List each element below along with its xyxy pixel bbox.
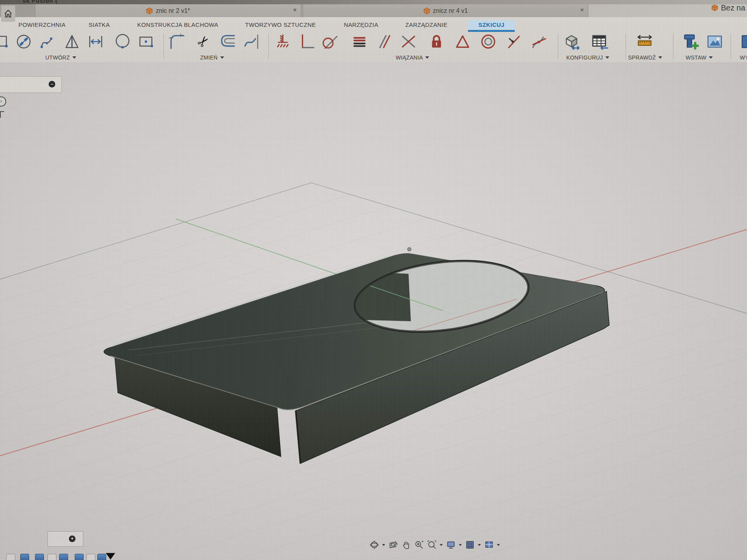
tool-offset[interactable] — [219, 32, 238, 51]
fusion-app-window: sk Fusion ( znic nr 2 v1* × znicz nr 4 v… — [0, 0, 747, 560]
menu-szkicuj-active[interactable]: SZKICUJ — [468, 20, 515, 30]
timeline-strip — [0, 553, 163, 560]
window-titlebar: sk Fusion ( — [0, 0, 747, 4]
orbit-dropdown-caret[interactable] — [382, 544, 385, 546]
doc-tab-untitled[interactable]: Bez na — [711, 2, 747, 14]
group-sprawdz[interactable]: SPRAWDŹ — [626, 54, 665, 61]
chevron-down-icon — [425, 56, 429, 59]
home-icon — [3, 9, 13, 19]
constraint-equal[interactable] — [350, 32, 369, 51]
constraint-collinear[interactable] — [399, 32, 418, 51]
tool-partial-right[interactable] — [738, 32, 747, 51]
browser-panel-collapsed[interactable]: – — [0, 76, 62, 93]
tool-rectangle[interactable] — [0, 32, 10, 51]
doc-tab-2[interactable]: znicz nr 4 v1 × — [303, 4, 588, 17]
menu-narzedzia[interactable]: NARZĘDZIA — [341, 20, 381, 30]
viewports-dropdown-caret[interactable] — [497, 544, 500, 546]
grid-snaps-button[interactable] — [465, 540, 475, 550]
viewport: – › + — [0, 62, 747, 560]
menu-zarzadzanie[interactable]: ZARZĄDZANIE — [402, 20, 451, 30]
timeline-feature-icon[interactable] — [86, 554, 95, 560]
ribbon-separator — [163, 33, 164, 59]
origin-point — [408, 248, 411, 251]
constraint-curvature[interactable] — [529, 32, 549, 51]
constraint-parallel[interactable] — [375, 32, 394, 51]
collapse-button[interactable]: – — [49, 81, 55, 88]
ribbon-separator — [558, 33, 558, 59]
home-button[interactable] — [1, 5, 15, 22]
menu-tworzywo-sztuczne[interactable]: TWORZYWO SZTUCZNE — [244, 20, 317, 30]
grid-dropdown-caret[interactable] — [478, 544, 481, 546]
group-partial-right[interactable]: WY — [738, 54, 747, 61]
orbit-button[interactable] — [369, 540, 379, 550]
tool-configure-feature[interactable] — [563, 32, 582, 51]
group-utworz[interactable]: UTWÓRZ — [42, 54, 79, 61]
timeline-feature-icon[interactable] — [75, 554, 84, 560]
tool-insert-fastener[interactable] — [680, 32, 700, 51]
constraint-midpoint[interactable] — [503, 32, 523, 51]
doc-tab-2-close-icon[interactable]: × — [580, 7, 584, 13]
ribbon-toolbar: POWIERZCHNIA SIATKA KONSTRUKCJA BLACHOWA… — [0, 17, 747, 63]
document-cube-icon — [423, 7, 430, 14]
display-dropdown-caret[interactable] — [459, 544, 462, 546]
doc-tab-2-label: znicz nr 4 v1 — [433, 7, 468, 14]
tool-measure[interactable] — [635, 32, 654, 51]
tool-mirror[interactable] — [62, 32, 82, 51]
fit-dropdown-caret[interactable] — [440, 544, 443, 546]
tool-fillet[interactable] — [167, 32, 187, 51]
constraint-symmetry[interactable] — [453, 32, 472, 51]
constraint-perpendicular[interactable] — [297, 32, 317, 51]
fit-button[interactable] — [426, 540, 437, 550]
constraint-tangent[interactable] — [321, 32, 340, 51]
ribbon-separator — [673, 33, 673, 59]
timeline-playhead[interactable] — [106, 553, 115, 560]
tool-trim[interactable]: ✂ — [194, 32, 213, 51]
tool-circle-2-point[interactable] — [14, 32, 33, 51]
document-tabbar: znic nr 2 v1* × znicz nr 4 v1 × Bez na — [0, 4, 747, 18]
timeline-feature-icon[interactable] — [20, 554, 29, 560]
group-wiazania[interactable]: WIĄZANIA — [391, 54, 434, 61]
document-cube-icon — [146, 7, 153, 14]
menu-powierzchnia[interactable]: POWIERZCHNIA — [16, 20, 68, 30]
group-wstaw[interactable]: WSTAW — [682, 54, 717, 61]
expand-button[interactable]: + — [69, 536, 75, 542]
timeline-feature-icon[interactable] — [35, 554, 44, 560]
look-at-button[interactable] — [388, 540, 398, 550]
group-zmien[interactable]: ZMIEŃ — [196, 54, 228, 61]
viewport-canvas[interactable] — [0, 62, 747, 560]
menu-konstrukcja-blachowa[interactable]: KONSTRUKCJA BLACHOWA — [135, 20, 220, 30]
constraint-lock[interactable] — [427, 32, 446, 51]
tool-spline[interactable] — [39, 32, 58, 51]
doc-tab-1-close-icon[interactable]: × — [293, 7, 297, 13]
panel-corner-mark — [0, 111, 4, 118]
chevron-down-icon — [220, 56, 224, 59]
navigation-toolbar — [369, 538, 500, 551]
tool-insert-image[interactable] — [705, 32, 724, 51]
doc-tab-1[interactable]: znic nr 2 v1* × — [35, 4, 301, 17]
doc-tab-untitled-label: Bez na — [721, 4, 745, 12]
tool-center-rectangle[interactable] — [136, 32, 156, 51]
menu-siatka[interactable]: SIATKA — [82, 20, 116, 30]
group-konfiguruj[interactable]: KONFIGURUJ — [563, 54, 612, 61]
timeline-group-box[interactable]: + — [47, 531, 83, 547]
doc-tab-1-label: znic nr 2 v1* — [156, 7, 190, 14]
display-settings-button[interactable] — [445, 540, 456, 550]
tool-configuration-table[interactable] — [590, 32, 609, 51]
viewports-button[interactable] — [484, 540, 494, 550]
ribbon-separator — [731, 33, 731, 59]
zoom-button[interactable] — [414, 540, 424, 550]
tool-circle[interactable] — [113, 32, 132, 51]
chevron-down-icon — [709, 56, 713, 59]
timeline-feature-icon[interactable] — [6, 554, 15, 560]
chevron-down-icon — [605, 56, 609, 59]
tool-project[interactable] — [242, 32, 261, 51]
timeline-feature-icon[interactable] — [97, 554, 106, 560]
tool-sketch-dimension[interactable] — [86, 32, 105, 51]
chevron-down-icon — [72, 56, 76, 59]
constraint-fix[interactable] — [273, 32, 293, 51]
window-title-fragment: sk Fusion ( — [23, 0, 58, 4]
timeline-feature-icon[interactable] — [59, 554, 68, 560]
constraint-concentric[interactable] — [479, 32, 498, 51]
timeline-feature-icon[interactable] — [47, 554, 56, 560]
pan-button[interactable] — [401, 540, 411, 550]
